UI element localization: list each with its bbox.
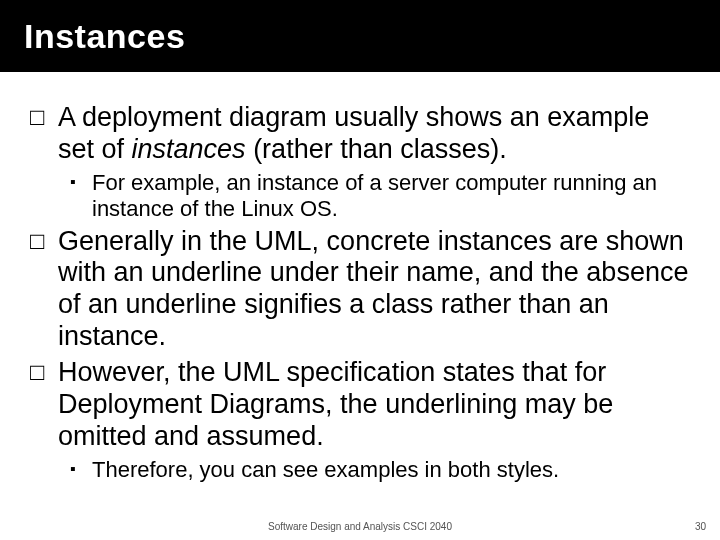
box-icon: □ xyxy=(30,226,58,353)
box-icon: □ xyxy=(30,357,58,453)
square-icon: ▪ xyxy=(70,457,92,483)
bullet-level-2: ▪ Therefore, you can see examples in bot… xyxy=(70,457,690,483)
bullet-a-em: instances xyxy=(132,134,246,164)
bullet-text: For example, an instance of a server com… xyxy=(92,170,690,222)
page-number: 30 xyxy=(695,521,706,532)
bullet-a-post: (rather than classes). xyxy=(246,134,507,164)
square-icon: ▪ xyxy=(70,170,92,222)
slide: Instances □ A deployment diagram usually… xyxy=(0,0,720,540)
bullet-text: Therefore, you can see examples in both … xyxy=(92,457,690,483)
bullet-level-1: □ A deployment diagram usually shows an … xyxy=(30,102,690,166)
bullet-level-1: □ Generally in the UML, concrete instanc… xyxy=(30,226,690,353)
footer-text: Software Design and Analysis CSCI 2040 xyxy=(0,521,720,532)
title-bar: Instances xyxy=(0,0,720,72)
bullet-level-2: ▪ For example, an instance of a server c… xyxy=(70,170,690,222)
bullet-text: However, the UML specification states th… xyxy=(58,357,690,453)
bullet-text: Generally in the UML, concrete instances… xyxy=(58,226,690,353)
bullet-text: A deployment diagram usually shows an ex… xyxy=(58,102,690,166)
slide-title: Instances xyxy=(24,17,185,56)
box-icon: □ xyxy=(30,102,58,166)
bullet-level-1: □ However, the UML specification states … xyxy=(30,357,690,453)
slide-body: □ A deployment diagram usually shows an … xyxy=(0,72,720,483)
